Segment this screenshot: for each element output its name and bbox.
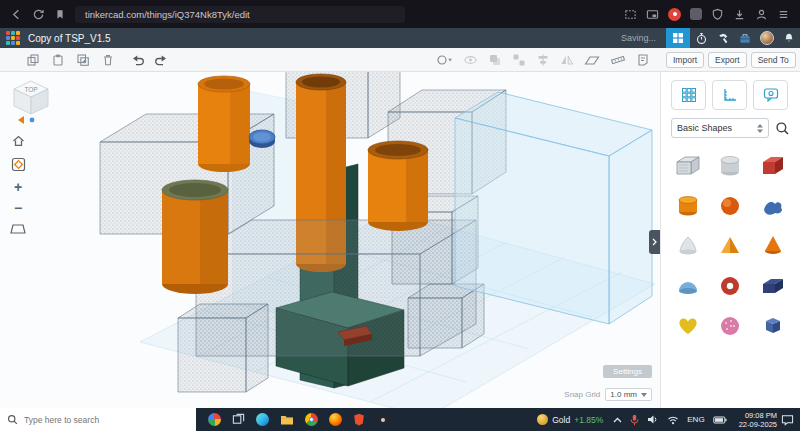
align-icon[interactable] <box>536 53 550 67</box>
ticker-change: +1.85% <box>574 415 603 425</box>
shape-gray-cylinder[interactable] <box>711 148 749 184</box>
model-cylinder-right[interactable] <box>368 141 428 231</box>
hammer-icon <box>717 32 730 45</box>
shape-blue-scribble[interactable] <box>754 188 792 224</box>
panel-collapse-button[interactable] <box>649 230 660 254</box>
shape-red-torus[interactable] <box>711 268 749 304</box>
shield-icon[interactable] <box>711 8 724 21</box>
snap-grid-select[interactable]: 1.0 mm <box>605 388 652 401</box>
zoom-in-button[interactable]: + <box>14 181 22 193</box>
action-center-icon[interactable] <box>781 414 794 426</box>
model-cylinder-mid-left[interactable] <box>162 180 228 294</box>
widgets-icon[interactable] <box>208 413 221 426</box>
tools-button[interactable] <box>712 28 734 48</box>
glass-box-right[interactable] <box>455 92 652 324</box>
taskbar-search[interactable] <box>0 408 196 431</box>
obs-icon[interactable] <box>376 413 389 426</box>
model-cylinder-top-left[interactable] <box>198 76 250 172</box>
shape-orange-pyramid[interactable] <box>711 228 749 264</box>
bookmark-icon[interactable] <box>54 8 66 21</box>
shapes-library-button[interactable] <box>671 80 706 110</box>
taskbar-clock[interactable]: 09:08 PM 22-09-2025 <box>739 411 777 429</box>
duplicate-icon[interactable] <box>76 53 90 67</box>
account-icon[interactable] <box>755 8 768 21</box>
home-view-icon[interactable] <box>11 134 26 148</box>
shape-orange-cone[interactable] <box>754 228 792 264</box>
measure-tool-button[interactable] <box>712 80 747 110</box>
downloads-icon[interactable] <box>733 8 746 21</box>
search-input[interactable] <box>24 415 189 425</box>
tinkercad-logo-icon[interactable] <box>6 31 20 45</box>
shape-red-box[interactable] <box>754 148 792 184</box>
redo-icon[interactable] <box>154 53 168 67</box>
shape-orange-sphere[interactable] <box>711 188 749 224</box>
workplane-icon[interactable] <box>584 53 600 67</box>
tray-expand-icon[interactable] <box>613 417 622 423</box>
copy-icon[interactable] <box>26 53 40 67</box>
export-button[interactable]: Export <box>708 52 747 68</box>
ungroup-icon[interactable] <box>512 53 526 67</box>
shape-orange-cylinder[interactable] <box>669 188 707 224</box>
avatar[interactable] <box>760 31 774 45</box>
ruler-icon[interactable] <box>610 53 626 67</box>
battery-icon[interactable] <box>713 416 727 424</box>
language-indicator[interactable]: ENG <box>687 415 704 424</box>
viewport[interactable]: TOP + − Settings Snap Grid 1.0 mm <box>0 72 660 408</box>
flip-icon[interactable] <box>560 53 574 67</box>
send-to-button[interactable]: Send To <box>751 52 796 68</box>
microphone-icon[interactable] <box>630 414 639 426</box>
edge-icon[interactable] <box>256 413 269 426</box>
paste-icon[interactable] <box>51 53 65 67</box>
shape-generators-button[interactable] <box>753 80 788 110</box>
shape-pink-sphere[interactable] <box>711 308 749 344</box>
saving-status: Saving... <box>621 33 656 43</box>
model-box-right-low[interactable] <box>408 284 484 348</box>
fit-view-icon[interactable] <box>11 157 26 172</box>
file-explorer-icon[interactable] <box>280 414 294 426</box>
shape-transparent-box[interactable] <box>669 148 707 184</box>
display-mode-icon[interactable] <box>436 53 453 67</box>
shape-blue-dome[interactable] <box>669 268 707 304</box>
shape-gray-paraboloid[interactable] <box>669 228 707 264</box>
back-icon[interactable] <box>10 8 23 21</box>
dashboard-button[interactable] <box>666 28 690 48</box>
import-button[interactable]: Import <box>666 52 704 68</box>
screenshot-icon[interactable] <box>624 8 637 21</box>
show-all-icon[interactable] <box>463 53 478 67</box>
firefox-icon[interactable] <box>329 413 342 426</box>
delete-icon[interactable] <box>101 53 115 67</box>
menu-icon[interactable] <box>777 8 790 21</box>
address-bar[interactable]: tinkercad.com/things/iQ374Nk8Tyk/edit <box>75 6 405 23</box>
shape-navy-wedge[interactable] <box>754 268 792 304</box>
perspective-toggle-icon[interactable] <box>10 223 26 235</box>
brave-icon[interactable] <box>353 413 365 426</box>
category-select[interactable]: Basic Shapes <box>671 118 769 138</box>
timer-button[interactable] <box>690 28 712 48</box>
group-icon[interactable] <box>488 53 502 67</box>
classes-button[interactable] <box>734 28 756 48</box>
volume-icon[interactable] <box>647 414 659 425</box>
search-icon[interactable] <box>775 121 790 136</box>
gold-icon <box>537 414 548 425</box>
undo-icon[interactable] <box>131 53 145 67</box>
zoom-out-button[interactable]: − <box>14 202 22 214</box>
refresh-icon[interactable] <box>32 8 45 21</box>
extension-icon[interactable] <box>690 8 702 20</box>
picture-in-picture-icon[interactable] <box>646 8 659 21</box>
model-blue-disc[interactable] <box>249 130 275 148</box>
network-icon[interactable] <box>667 415 679 425</box>
3d-scene[interactable] <box>0 72 660 408</box>
settings-button[interactable]: Settings <box>603 365 652 378</box>
model-box-bottom-left[interactable] <box>178 304 268 392</box>
taskbar-apps <box>208 413 389 426</box>
shape-blue-prism[interactable] <box>754 308 792 344</box>
recorder-extension-icon[interactable] <box>668 8 681 21</box>
chrome-icon[interactable] <box>305 413 318 426</box>
task-view-icon[interactable] <box>232 413 245 426</box>
document-title[interactable]: Copy of TSP_V1.5 <box>28 33 111 44</box>
notifications-button[interactable] <box>778 28 800 48</box>
news-ticker[interactable]: Gold +1.85% <box>537 414 603 425</box>
notes-icon[interactable] <box>636 53 650 67</box>
shape-yellow-heart[interactable] <box>669 308 707 344</box>
view-cube[interactable]: TOP <box>8 76 56 128</box>
